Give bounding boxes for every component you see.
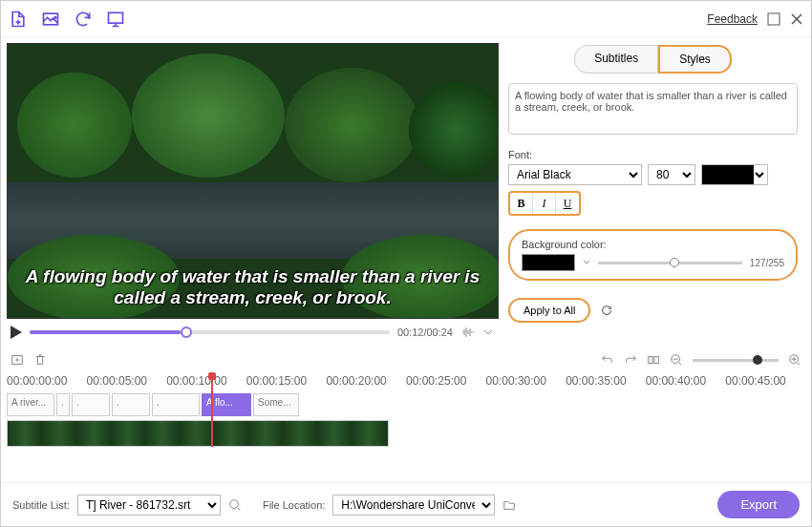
svg-rect-5 — [654, 357, 658, 364]
svg-rect-2 — [768, 13, 780, 25]
ruler-tick: 00:00:25:00 — [406, 374, 486, 393]
file-location-label: File Location: — [263, 499, 325, 511]
ruler-tick: 00:00:35:00 — [566, 374, 646, 393]
ruler-tick: 00:00:30:00 — [486, 374, 566, 393]
tab-subtitles[interactable]: Subtitles — [574, 45, 658, 74]
font-size-select[interactable]: 80 — [648, 164, 695, 185]
folder-icon[interactable] — [502, 498, 516, 512]
bold-button[interactable]: B — [510, 193, 533, 214]
export-button[interactable]: Export — [717, 491, 800, 518]
underline-button[interactable]: U — [556, 193, 579, 214]
timeline-toolbar — [1, 346, 811, 374]
time-display: 00:12/00:24 — [397, 327, 453, 338]
ruler-tick: 00:00:45:00 — [725, 374, 805, 393]
screen-icon[interactable] — [106, 10, 125, 29]
ruler-tick: 00:00:00:00 — [7, 374, 87, 393]
background-color-box: Background color: 127/255 — [508, 229, 798, 281]
zoom-in-icon[interactable] — [788, 353, 801, 367]
play-button[interactable] — [11, 326, 22, 339]
subtitle-clip[interactable]: . — [56, 393, 70, 416]
properties-panel: Subtitles Styles Font: Arial Black 80 B … — [502, 37, 811, 346]
redo-icon[interactable] — [624, 353, 637, 367]
subtitle-clips-track[interactable]: A river.......A flo...Some... — [1, 393, 811, 416]
apply-to-all-button[interactable]: Apply to All — [508, 298, 590, 323]
top-toolbar: Feedback — [1, 1, 811, 37]
feedback-link[interactable]: Feedback — [707, 12, 758, 26]
font-label: Font: — [508, 149, 798, 160]
font-style-buttons: B I U — [508, 191, 581, 216]
bg-opacity-slider[interactable] — [598, 262, 742, 264]
subtitle-clip[interactable]: . — [152, 393, 200, 416]
subtitle-clip[interactable]: . — [72, 393, 110, 416]
font-row: Arial Black 80 — [508, 164, 798, 185]
ruler-tick: 00:00:10:00 — [166, 374, 246, 393]
chevron-down-icon[interactable] — [583, 259, 590, 266]
refresh-media-icon[interactable] — [74, 10, 93, 29]
timeline-ruler[interactable]: 00:00:00:0000:00:05:0000:00:10:0000:00:1… — [1, 374, 811, 393]
add-subtitle-icon[interactable] — [11, 353, 24, 367]
subtitle-clip[interactable]: Some... — [253, 393, 299, 416]
main-area: A flowing body of water that is smaller … — [1, 37, 811, 346]
maximize-icon[interactable] — [767, 12, 780, 26]
zoom-slider[interactable] — [693, 359, 779, 362]
font-color-select[interactable] — [701, 164, 768, 185]
apply-row: Apply to All — [508, 298, 798, 323]
video-caption: A flowing body of water that is smaller … — [8, 266, 498, 308]
reset-icon[interactable] — [600, 304, 613, 317]
subtitle-file-select[interactable]: T] River - 861732.srt — [77, 495, 221, 516]
ruler-tick: 00:00:15:00 — [246, 374, 327, 393]
delete-icon[interactable] — [33, 353, 47, 367]
audio-waveform-icon[interactable] — [460, 325, 476, 340]
ruler-tick: 00:00:40:00 — [646, 374, 726, 393]
close-icon[interactable] — [790, 12, 803, 26]
preview-panel: A flowing body of water that is smaller … — [1, 37, 502, 346]
bg-opacity-value: 127/255 — [750, 258, 784, 268]
tabs: Subtitles Styles — [508, 45, 798, 74]
svg-rect-1 — [109, 12, 123, 23]
undo-icon[interactable] — [601, 353, 614, 367]
seek-bar[interactable] — [30, 330, 390, 334]
import-image-icon[interactable] — [41, 10, 60, 29]
subtitle-clip[interactable]: . — [112, 393, 150, 416]
subtitle-list-label: Subtitle List: — [12, 499, 70, 511]
playback-bar: 00:12/00:24 — [7, 319, 497, 346]
top-toolbar-left — [9, 10, 125, 29]
svg-rect-4 — [649, 357, 652, 364]
font-family-select[interactable]: Arial Black — [508, 164, 642, 185]
subtitle-text-input[interactable] — [508, 83, 798, 135]
subtitle-clip[interactable]: A flo... — [202, 393, 251, 416]
chevron-down-icon[interactable] — [483, 327, 493, 337]
file-location-select[interactable]: H:\Wondershare UniConverter 1 — [332, 495, 495, 516]
italic-button[interactable]: I — [533, 193, 556, 214]
bottom-bar: Subtitle List: T] River - 861732.srt Fil… — [1, 482, 811, 526]
svg-point-8 — [230, 499, 239, 508]
split-icon[interactable] — [647, 353, 660, 367]
ruler-tick: 00:00:20:00 — [326, 374, 406, 393]
video-filmstrip[interactable] — [7, 420, 389, 447]
playhead[interactable] — [211, 376, 213, 447]
import-file-icon[interactable] — [9, 10, 28, 29]
subtitle-clip[interactable]: A river... — [7, 393, 54, 416]
bg-color-swatch[interactable] — [522, 254, 575, 271]
top-toolbar-right: Feedback — [707, 12, 803, 26]
search-icon[interactable] — [228, 498, 242, 512]
tab-styles[interactable]: Styles — [658, 45, 732, 74]
zoom-out-icon[interactable] — [670, 353, 683, 367]
ruler-tick: 00:00:05:00 — [87, 374, 167, 393]
bg-label: Background color: — [522, 239, 784, 250]
video-preview[interactable]: A flowing body of water that is smaller … — [7, 43, 499, 319]
